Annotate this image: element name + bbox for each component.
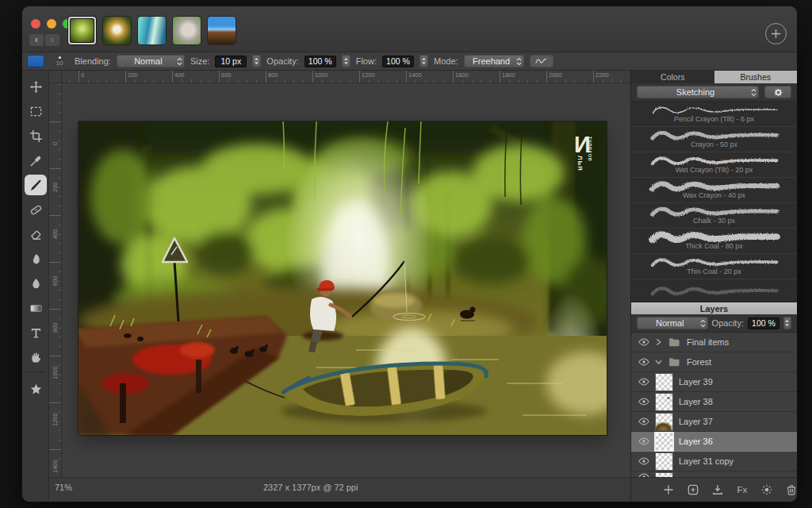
layer-blend-row: Normal Opacity: 100 % — [631, 314, 797, 333]
gradient-tool[interactable] — [25, 298, 47, 318]
document-thumbnail-landscape-photo[interactable] — [208, 17, 236, 44]
layer-thumbnail[interactable] — [656, 453, 672, 470]
hruler-label: 2200 — [596, 71, 609, 79]
brush-preset-wet-crayon-tilt-20-px[interactable]: Wet Crayon (Tilt) - 20 px — [631, 152, 797, 178]
mode-select[interactable]: Freehand — [464, 55, 524, 67]
history-nav: ‹ › — [29, 34, 59, 46]
layer-row-layer-37[interactable]: Layer 37 — [631, 412, 797, 432]
layer-group-final-items[interactable]: Final items — [631, 333, 797, 352]
document-thumbnail-forest-painting[interactable] — [68, 17, 96, 44]
hand-tool[interactable] — [25, 347, 47, 368]
updown-chevrons-icon — [516, 57, 522, 66]
brush-preset-wax-crayon-40-px[interactable]: Wax Crayon - 40 px — [631, 178, 797, 203]
opacity-stepper[interactable] — [342, 55, 350, 67]
signature-surname: ТУЛЯКОВ — [588, 137, 592, 162]
document-canvas[interactable]: И ТУЛЯКОВ ЛЬЯ — [79, 121, 607, 435]
group-disclosure-collapsed-icon[interactable] — [656, 338, 662, 346]
layer-visibility-toggle[interactable] — [638, 338, 649, 346]
close-window-button[interactable] — [31, 19, 40, 29]
brush-size-indicator-label: 10 — [56, 60, 63, 67]
layer-adjustments-button[interactable] — [760, 484, 772, 496]
brush-preset-chalk-30-px[interactable]: Chalk - 30 px — [631, 203, 797, 229]
document-thumbnail-cat-photo[interactable] — [173, 17, 201, 44]
layer-row-layer-31-copy[interactable]: Layer 31 copy — [631, 452, 797, 471]
merge-layer-button[interactable] — [712, 484, 724, 496]
document-thumbnail-orchid-photo[interactable] — [103, 17, 131, 44]
layer-visibility-toggle[interactable] — [638, 398, 649, 406]
layer-visibility-toggle[interactable] — [638, 457, 649, 465]
vruler-label: 1000 — [52, 366, 59, 379]
heal-tool[interactable] — [25, 199, 47, 220]
marquee-selection-tool[interactable] — [25, 101, 47, 121]
brush-preset-pencil-crayon-tilt-6-px[interactable]: Pencil Crayon (Tilt) - 6 px — [631, 102, 797, 127]
mode-value: Freehand — [473, 56, 510, 66]
layer-thumbnail[interactable] — [656, 433, 672, 450]
layer-row-layer-38[interactable]: Layer 38 — [631, 392, 797, 412]
layer-row-layer-36[interactable]: Layer 36 — [631, 432, 797, 452]
paint-brush-tool[interactable] — [25, 175, 47, 195]
flow-input[interactable]: 100 % — [382, 56, 414, 67]
delete-layer-button[interactable] — [785, 484, 797, 496]
layer-visibility-toggle[interactable] — [638, 378, 649, 386]
crop-tool[interactable] — [25, 125, 47, 146]
layer-opacity-input[interactable]: 100 % — [748, 318, 779, 329]
hand-tool-icon — [30, 352, 42, 364]
forward-button[interactable]: › — [45, 34, 59, 46]
zoom-level[interactable]: 71% — [55, 483, 72, 492]
signature-rest: ЛЬЯ — [576, 156, 584, 171]
add-layer-button[interactable] — [663, 484, 675, 496]
brush-settings-button[interactable] — [764, 86, 791, 98]
layer-effects-button[interactable]: Fx — [736, 484, 748, 496]
layer-blend-select[interactable]: Normal — [637, 317, 708, 329]
flow-stepper[interactable] — [419, 55, 428, 67]
hruler-label: 1200 — [362, 71, 375, 79]
paint-brush-tool-icon — [30, 179, 42, 191]
layer-thumbnail[interactable] — [656, 414, 672, 430]
back-button[interactable]: ‹ — [29, 34, 44, 46]
text-tool[interactable] — [25, 322, 47, 343]
brush-preset-partial[interactable] — [631, 279, 797, 302]
favorites-tool[interactable] — [25, 379, 47, 399]
size-input[interactable]: 10 px — [215, 56, 247, 67]
tab-colors[interactable]: Colors — [631, 71, 714, 83]
main-area: 0200400600800100012001400160018002000220… — [22, 71, 797, 502]
smudge-tool[interactable] — [25, 248, 47, 269]
hruler-label: 1400 — [408, 71, 422, 79]
updown-chevrons-icon — [751, 88, 756, 97]
brush-preset-thin-coal-20-px[interactable]: Thin Coal - 20 px — [631, 254, 797, 279]
minimize-window-button[interactable] — [47, 19, 56, 29]
ruler-corner — [49, 71, 62, 83]
vruler-label: 800 — [52, 322, 59, 333]
plus-icon — [771, 29, 781, 39]
add-group-button[interactable] — [688, 484, 699, 496]
burn-tool[interactable] — [25, 273, 47, 294]
layer-row-layer-39[interactable]: Layer 39 — [631, 372, 797, 392]
layer-name: Forest — [687, 357, 711, 367]
layer-group-forest[interactable]: Forest — [631, 352, 797, 372]
move-tool[interactable] — [25, 76, 47, 97]
color-swatch[interactable] — [27, 55, 44, 67]
layer-thumbnail[interactable] — [656, 374, 672, 391]
layer-visibility-toggle[interactable] — [638, 418, 649, 425]
layer-visibility-toggle[interactable] — [638, 437, 649, 445]
size-stepper[interactable] — [252, 55, 261, 67]
blending-select[interactable]: Normal — [117, 55, 185, 67]
layer-row-partial[interactable] — [631, 471, 797, 477]
layer-name: Layer 37 — [679, 417, 713, 426]
brush-category-select[interactable]: Sketching — [637, 86, 759, 98]
opacity-input[interactable]: 100 % — [304, 56, 336, 67]
eraser-tool[interactable] — [25, 224, 47, 244]
brush-preset-thick-coal-80-px[interactable]: Thick Coal - 80 px — [631, 229, 797, 254]
brush-preset-crayon-50-px[interactable]: Crayon - 50 px — [631, 127, 797, 152]
eyedropper-tool[interactable] — [25, 150, 47, 171]
blending-label: Blending: — [75, 56, 111, 66]
tab-brushes[interactable]: Brushes — [714, 71, 798, 83]
new-document-button[interactable] — [765, 23, 787, 44]
layer-thumbnail[interactable] — [656, 394, 672, 410]
group-disclosure-expanded-icon[interactable] — [656, 358, 662, 366]
layer-visibility-toggle[interactable] — [638, 358, 649, 366]
brush-options-toolbar: 10 Blending: Normal Size: 10 px Opacity:… — [22, 52, 797, 71]
stroke-smoothing-button[interactable] — [530, 55, 553, 67]
document-thumbnail-abstract-photo[interactable] — [138, 17, 166, 44]
layer-opacity-stepper[interactable] — [783, 317, 791, 329]
